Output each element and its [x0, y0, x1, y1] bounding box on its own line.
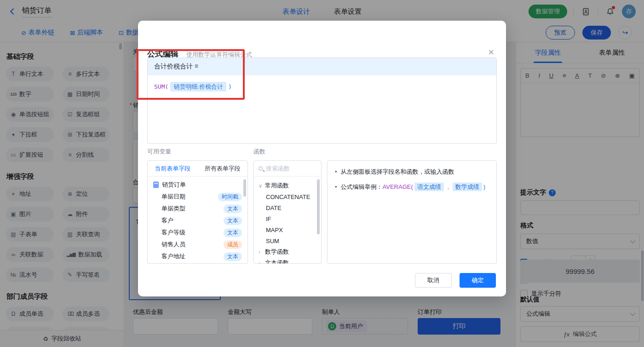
- function-group-text[interactable]: ›文本函数: [254, 257, 321, 264]
- caret-right-icon: ›: [259, 249, 262, 255]
- formula-function: SUM(: [154, 83, 168, 90]
- cancel-button[interactable]: 取消: [415, 273, 452, 288]
- field-type-badge: 成员: [224, 240, 242, 249]
- formula-edit-dialog: 公式编辑 使用数学运算符编辑公式 × 合计价税合计 = SUM(销货明细.价税合…: [138, 21, 506, 296]
- functions-panel: ∨常用函数 CONCATENATE DATE IF MAPX SUM ›数学函数…: [253, 160, 322, 264]
- formula-target: 合计价税合计 =: [148, 58, 496, 75]
- formula-help-panel: • 从左侧面板选择字段名和函数，或输入函数 • 公式编辑举例：AVERAGE(语…: [327, 160, 497, 264]
- field-type-badge: 文本: [224, 216, 242, 225]
- variables-scrollbar[interactable]: [243, 179, 246, 197]
- tab-current-form-fields[interactable]: 当前表单字段: [155, 165, 190, 173]
- search-icon: [259, 166, 263, 171]
- example-field-chip: 数学成绩: [453, 182, 482, 191]
- variable-field-row[interactable]: 销售人员成员: [148, 239, 247, 250]
- function-group-math[interactable]: ›数学函数: [254, 246, 321, 257]
- caret-right-icon: ›: [259, 260, 262, 264]
- variable-field-row[interactable]: 单据类型文本: [148, 203, 247, 215]
- function-item-if[interactable]: IF: [254, 213, 321, 224]
- function-item-date[interactable]: DATE: [254, 202, 321, 213]
- variables-section-label: 可用变量: [147, 148, 171, 156]
- formula-field-chip[interactable]: 销货明细.价税合计: [170, 82, 226, 91]
- help-tip-2: • 公式编辑举例：AVERAGE(语文成绩，数学成绩): [335, 182, 489, 192]
- function-item-mapx[interactable]: MAPX: [254, 224, 321, 235]
- functions-section-label: 函数: [253, 148, 265, 156]
- formula-editor[interactable]: 合计价税合计 = SUM(销货明细.价税合计): [147, 57, 497, 144]
- functions-scrollbar[interactable]: [317, 179, 320, 234]
- variables-panel: 当前表单字段 所有表单字段 销货订单 单据日期时间戳 单据类型文本 客户文本 客…: [147, 160, 248, 264]
- variable-field-row[interactable]: 单据日期时间戳: [148, 191, 247, 203]
- field-type-badge: 文本: [224, 205, 242, 213]
- variables-tabs: 当前表单字段 所有表单字段: [148, 161, 247, 176]
- variable-field-row[interactable]: 客户文本: [148, 215, 247, 227]
- caret-down-icon: ∨: [259, 183, 262, 189]
- help-tip-1: • 从左侧面板选择字段名和函数，或输入函数: [335, 167, 489, 176]
- function-group-common[interactable]: ∨常用函数: [254, 180, 321, 191]
- function-search: [254, 161, 321, 176]
- field-type-badge: 文本: [224, 228, 242, 237]
- function-item-sum[interactable]: SUM: [254, 235, 321, 246]
- variables-root-node[interactable]: 销货订单: [148, 179, 247, 191]
- variable-field-row[interactable]: 客户地址文本: [148, 250, 247, 262]
- search-function-input[interactable]: [266, 165, 312, 172]
- close-icon[interactable]: ×: [488, 47, 494, 57]
- form-doc-icon: [153, 182, 159, 188]
- field-type-badge: 时间戳: [218, 193, 242, 201]
- confirm-button[interactable]: 确定: [460, 273, 496, 288]
- tab-all-form-fields[interactable]: 所有表单字段: [205, 165, 241, 173]
- example-field-chip: 语文成绩: [414, 182, 444, 191]
- variable-field-row[interactable]: 文本: [148, 262, 247, 264]
- example-function: AVERAGE(: [383, 183, 413, 190]
- variable-field-row[interactable]: 客户等级文本: [148, 227, 247, 239]
- formula-expression[interactable]: SUM(销货明细.价税合计): [148, 75, 496, 98]
- function-item-concatenate[interactable]: CONCATENATE: [254, 191, 321, 202]
- field-type-badge: 文本: [224, 252, 242, 261]
